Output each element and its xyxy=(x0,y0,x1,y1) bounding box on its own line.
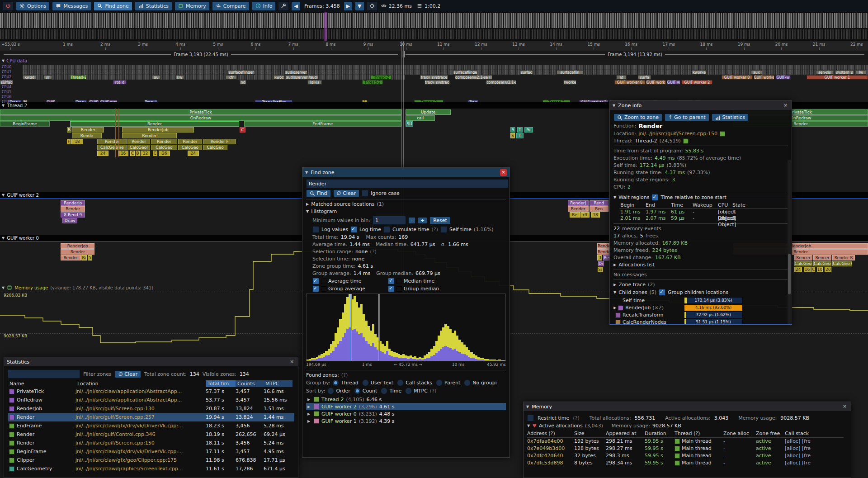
group-children-checkbox[interactable] xyxy=(659,289,665,296)
cpu-zone-segment[interactable]: nd xyxy=(240,80,246,85)
log-time-checkbox[interactable] xyxy=(350,226,357,233)
radio-icon[interactable] xyxy=(436,379,443,386)
cpu-zone-segment[interactable]: aux xyxy=(751,70,762,75)
timeline-zone[interactable]: S xyxy=(510,127,516,133)
timeline-zone[interactable]: rff xyxy=(580,212,589,218)
timeline-zone[interactable]: 10 xyxy=(817,267,823,272)
group-by-radio[interactable]: User text xyxy=(362,379,393,386)
legend-checkbox[interactable] xyxy=(388,285,395,292)
child-zone-row[interactable]: CalcRenderNodes 51.51 µs (1.15%) xyxy=(613,319,788,324)
zone-info-titlebar[interactable]: ▼ Zone info × xyxy=(610,101,792,110)
timeline-zone[interactable]: 18 xyxy=(71,139,83,144)
timeline-zone[interactable]: T xyxy=(517,127,523,133)
expand-arrow-icon[interactable]: ▶ xyxy=(613,306,616,310)
timeline-zone[interactable]: Render xyxy=(70,121,239,127)
column-header[interactable]: Begin xyxy=(619,202,644,208)
statistics-row[interactable]: Render jni/../jni/src/guif/Screen.cpp:25… xyxy=(8,413,294,421)
timeline-zone[interactable]: RenderJ xyxy=(568,200,589,206)
cpu-zone-segment[interactable]: lgikis xyxy=(307,80,322,85)
legend-item[interactable]: Median time xyxy=(388,278,458,284)
cpu-zone-segment[interactable]: lw xyxy=(856,70,866,75)
find-zone-titlebar[interactable]: ▼ Find zone × xyxy=(302,168,509,177)
collapse-arrow-icon[interactable]: ▼ xyxy=(527,424,530,428)
cpu-zone-segment[interactable]: kwgd xyxy=(23,75,37,80)
radio-icon[interactable] xyxy=(405,388,412,394)
cpu-zone-segment[interactable]: sr xyxy=(43,75,52,80)
timeline-zone[interactable]: EndFrame xyxy=(244,121,401,127)
cpu-zone-segment[interactable]: GUIF worker 2 xyxy=(681,80,712,85)
help-marker[interactable]: (?) xyxy=(430,388,436,394)
power-button[interactable] xyxy=(3,1,14,11)
allocation-row[interactable]: 0x7dfaa64e00 192 bytes 298.21 ms 59.95 s… xyxy=(527,438,847,445)
cpu-zone-segment[interactable]: composer@2.1-se (Hw xyxy=(455,75,492,80)
collapse-arrow-icon[interactable]: ▼ xyxy=(2,236,5,240)
collapse-arrow-icon[interactable]: ▼ xyxy=(613,290,616,294)
radio-icon[interactable] xyxy=(327,388,334,394)
timeline-zone[interactable]: Render xyxy=(151,139,177,144)
statistics-row[interactable]: CalcGeometry jni/../jni/src/claw/graphic… xyxy=(8,464,294,473)
zone-statistics-button[interactable]: Statistics xyxy=(712,114,749,121)
cpu-zone-segment[interactable]: kworke xyxy=(692,70,707,75)
timeline-zone[interactable]: 8 Rend 9 xyxy=(61,212,85,218)
filter-zones-input[interactable] xyxy=(8,369,80,379)
timeline-zone[interactable]: CalcGeomet xyxy=(813,261,831,266)
radio-icon[interactable] xyxy=(332,379,339,386)
column-header[interactable]: Time xyxy=(670,202,691,208)
legend-item[interactable]: Group average xyxy=(312,285,382,292)
memory-usage-header[interactable]: ▼ Memory usage (y-range: 178.27 KB, visi… xyxy=(2,285,153,290)
column-header-zone-alloc[interactable]: Zone alloc xyxy=(723,430,756,438)
allocation-address[interactable]: 0x7dfaa64e00 xyxy=(527,438,574,445)
location-value[interactable]: jni/../jni/src/guif/Screen.cpp:150 xyxy=(638,131,717,137)
column-header[interactable]: Wakeup xyxy=(691,202,717,208)
scrollbar-thumb[interactable] xyxy=(788,254,791,294)
column-header-location[interactable]: Location xyxy=(75,380,206,387)
collapse-arrow-icon[interactable]: ▼ xyxy=(2,193,5,197)
timeline-zone[interactable]: 22 xyxy=(141,151,150,156)
timeline-zone[interactable]: Render xyxy=(178,139,203,144)
timeline-zone[interactable]: call xyxy=(406,115,435,121)
free-callstack-link[interactable]: [fre xyxy=(802,453,811,459)
go-to-parent-button[interactable]: ↑Go to parent xyxy=(665,114,709,121)
timeline-zone[interactable]: CalcGeor xyxy=(127,145,150,150)
find-zone-button[interactable]: Find zone xyxy=(94,1,132,11)
sort-by-radio[interactable]: MTPC xyxy=(405,388,428,394)
radio-icon[interactable] xyxy=(397,379,404,386)
free-callstack-link[interactable]: [fre xyxy=(802,460,811,466)
timeline-zone[interactable]: CalcGeo xyxy=(203,145,227,150)
timeline-zone[interactable]: F xyxy=(67,139,71,144)
timeline-zone[interactable]: Render xyxy=(61,249,94,255)
column-header-total-time[interactable]: Total tim xyxy=(206,380,236,387)
legend-item[interactable]: Group median xyxy=(388,285,458,292)
expand-arrow-icon[interactable]: ▶ xyxy=(307,398,311,402)
free-callstack-link[interactable]: [fre xyxy=(802,438,811,444)
statistics-row[interactable]: RenderJob jni/../jni/src/guif/Screen.cpp… xyxy=(8,404,294,413)
timeline-zone[interactable]: Render xyxy=(61,255,80,260)
log-values-checkbox[interactable] xyxy=(312,226,319,233)
timeline-zone[interactable]: RenderJob xyxy=(122,127,194,133)
timeline-zone[interactable]: C xyxy=(153,151,157,156)
radio-icon[interactable] xyxy=(362,379,369,386)
expand-arrow-icon[interactable]: ▶ xyxy=(613,283,616,287)
allocation-address[interactable]: 0x7dfc53d898 xyxy=(527,459,574,467)
timeline-zone[interactable]: CalcGeome xyxy=(794,261,812,266)
cpu-zone-segment[interactable]: surfa xyxy=(638,75,651,80)
group-by-radio[interactable]: Parent xyxy=(436,379,460,386)
timeline-zone[interactable]: 5 xyxy=(88,255,92,260)
frame-markers-row[interactable]: Frame 3,193 (22.45 ms) Frame 3,194 (13.9… xyxy=(0,51,868,58)
search-input[interactable] xyxy=(306,179,509,188)
statistics-button[interactable]: Statistics xyxy=(135,1,172,11)
cpu-zone-segment[interactable]: GUIF-w xyxy=(775,75,791,80)
close-icon[interactable]: × xyxy=(500,169,507,176)
cpu-zone-segment[interactable]: rworke xyxy=(563,80,576,85)
info-button[interactable]: Info xyxy=(252,1,276,11)
timeline-zone[interactable]: Update xyxy=(406,109,451,115)
group-by-radio[interactable]: Call stacks xyxy=(397,379,432,386)
expand-arrow-icon[interactable]: ▶ xyxy=(307,419,311,423)
radio-icon[interactable] xyxy=(354,388,361,394)
zone-group-row[interactable]: ▶ Thread-2 (4,105) 6.46 s xyxy=(306,396,506,403)
cpu-zone-segment[interactable] xyxy=(23,65,868,70)
collapse-arrow-icon[interactable]: ▼ xyxy=(526,405,529,409)
cpu-zone-segment[interactable]: system_s xyxy=(835,70,854,75)
cpu-zone-segment[interactable]: kw xyxy=(175,75,184,80)
cpu-zone-segment[interactable]: Thread-2 xyxy=(371,75,392,80)
